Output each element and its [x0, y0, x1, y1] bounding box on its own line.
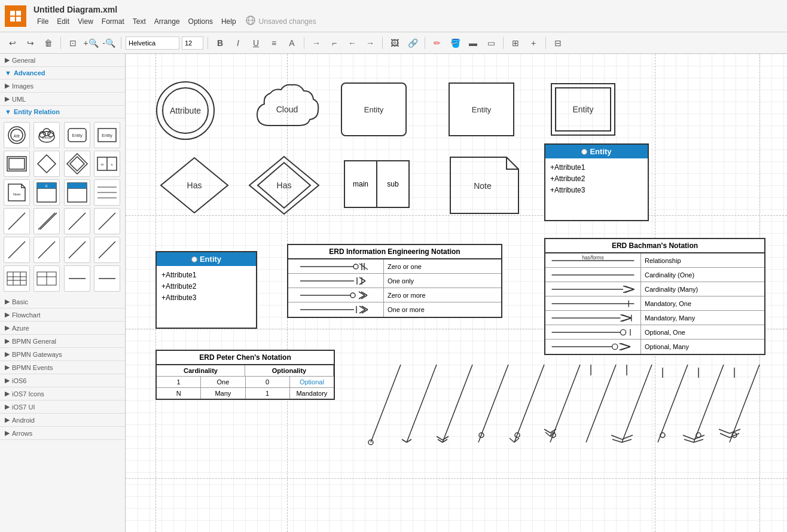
menu-help[interactable]: Help — [218, 16, 240, 27]
shape-entity-rounded[interactable]: Entity — [64, 122, 90, 148]
attribute-shape[interactable]: Attribute — [152, 78, 218, 143]
diamond-has-shape[interactable]: Has — [158, 155, 230, 215]
shape-diag8[interactable] — [94, 237, 120, 263]
font-size-input[interactable] — [182, 36, 203, 50]
sidebar-item-advanced[interactable]: ▼ Advanced — [0, 67, 125, 80]
link-button[interactable]: 🔗 — [405, 35, 420, 51]
svg-line-48 — [99, 241, 115, 258]
menu-text[interactable]: Text — [129, 16, 150, 27]
sidebar-item-ios6[interactable]: ▶ iOS6 — [0, 374, 125, 387]
svg-line-109 — [622, 318, 632, 322]
fill-color-button[interactable]: ✏ — [429, 35, 445, 51]
sidebar-label-bpmn-general: BPMN General — [12, 338, 56, 345]
sidebar-label-uml: UML — [12, 96, 26, 103]
shape-diag7[interactable] — [64, 237, 90, 263]
sidebar-item-ios7-icons[interactable]: ▶ iOS7 Icons — [0, 387, 125, 400]
sidebar-item-arrows[interactable]: ▶ Arrows — [0, 427, 125, 440]
italic-button[interactable]: I — [230, 35, 246, 51]
entity-double-shape[interactable]: Entity — [550, 82, 616, 136]
erd-chen-table: ERD Peter Chen's Notation Cardinality Op… — [155, 350, 335, 400]
shape-entity-list-left[interactable]: E — [33, 179, 60, 206]
sidebar-item-azure[interactable]: ▶ Azure — [0, 322, 125, 335]
shape-table-grid[interactable] — [4, 265, 30, 292]
erd-ie-symbol-3 — [288, 302, 384, 317]
shape-diag6[interactable] — [33, 237, 60, 263]
diamond-double-has-shape[interactable]: Has — [248, 155, 320, 215]
attr3-right: +Attribute3 — [550, 185, 643, 196]
sidebar-item-ios7-ui[interactable]: ▶ iOS7 UI — [0, 400, 125, 414]
canvas[interactable]: Attribute Cloud Entity Entity Entity — [126, 54, 787, 532]
chen-row-2: N Many 1 Mandatory — [157, 388, 334, 399]
bach-label-1: Cardinality (One) — [641, 268, 764, 282]
entity-blue-right[interactable]: Entity +Attribute1 +Attribute2 +Attribut… — [544, 143, 649, 221]
shape-note[interactable]: Note — [4, 179, 30, 206]
arrow-left-button[interactable]: ← — [344, 35, 360, 51]
sidebar-item-images[interactable]: ▶ Images — [0, 80, 125, 93]
menu-file[interactable]: File — [33, 16, 52, 27]
menu-format[interactable]: Format — [98, 16, 128, 27]
arrow-right-button[interactable]: → — [309, 35, 324, 51]
sidebar-item-bpmn-events[interactable]: ▶ BPMN Events — [0, 361, 125, 374]
underline-button[interactable]: U — [248, 35, 264, 51]
fit-button[interactable]: ⊡ — [65, 35, 81, 51]
sidebar-item-basic[interactable]: ▶ Basic — [0, 295, 125, 308]
undo-button[interactable]: ↩ — [5, 35, 20, 51]
shape-table-2col[interactable] — [33, 265, 60, 292]
shape-diag2[interactable] — [33, 208, 60, 234]
sidebar-item-entity-relation[interactable]: ▼ Entity Relation — [0, 106, 125, 118]
redo-button[interactable]: ↪ — [23, 35, 38, 51]
menu-view[interactable]: View — [74, 16, 97, 27]
font-color-button[interactable]: A — [284, 35, 300, 51]
shape-single-line2[interactable] — [94, 265, 120, 292]
bold-button[interactable]: B — [212, 35, 228, 51]
sidebar-item-bpmn-gateways[interactable]: ▶ BPMN Gateways — [0, 348, 125, 361]
shape-single-line[interactable] — [64, 265, 90, 292]
split-main-label: main — [345, 161, 376, 207]
font-input[interactable] — [126, 36, 179, 50]
shape-cloud[interactable]: Cloud — [33, 122, 60, 148]
fill-button[interactable]: 🪣 — [447, 35, 463, 51]
entity-sharp-label: Entity — [472, 105, 492, 114]
entity-blue-left[interactable]: Entity +Attribute1 +Attribute2 +Attribut… — [155, 251, 257, 329]
sidebar-item-bpmn-general[interactable]: ▶ BPMN General — [0, 335, 125, 348]
shape-diag5[interactable] — [4, 237, 30, 263]
shape-entity-list-right[interactable] — [64, 179, 90, 206]
shape-diamond[interactable] — [33, 151, 60, 177]
entity-sharp-shape[interactable]: Entity — [449, 82, 514, 136]
entity-relation-shapes: Attr Cloud Entity Entity ms — [0, 118, 125, 295]
shape-diag3[interactable] — [64, 208, 90, 234]
table-button[interactable]: ⊞ — [508, 35, 523, 51]
sidebar-item-uml[interactable]: ▶ UML — [0, 93, 125, 106]
entity-rounded-shape[interactable]: Entity — [341, 82, 407, 136]
entity-blue-right-body: +Attribute1 +Attribute2 +Attribute3 — [545, 158, 648, 200]
add-button[interactable]: + — [526, 35, 541, 51]
split-entity-shape[interactable]: main sub — [344, 160, 410, 208]
shape-split[interactable]: ms — [94, 151, 120, 177]
arrow-bend-button[interactable]: ⌐ — [327, 35, 342, 51]
panel-button[interactable]: ⊟ — [550, 35, 566, 51]
cloud-shape[interactable]: Cloud — [251, 78, 323, 143]
sidebar-item-flowchart[interactable]: ▶ Flowchart — [0, 308, 125, 322]
shape-entity-double[interactable] — [4, 151, 30, 177]
shape-diag4[interactable] — [94, 208, 120, 234]
shape-attribute[interactable]: Attr — [4, 122, 30, 148]
note-shape[interactable]: Note — [449, 155, 520, 215]
delete-button[interactable]: 🗑 — [41, 35, 56, 51]
shape-lines[interactable] — [94, 179, 120, 206]
image-button[interactable]: 🖼 — [387, 35, 402, 51]
sidebar-label-basic: Basic — [12, 298, 28, 305]
menu-options[interactable]: Options — [185, 16, 216, 27]
menu-arrange[interactable]: Arrange — [151, 16, 184, 27]
shape-diamond-double[interactable] — [64, 151, 90, 177]
shape-diag1[interactable] — [4, 208, 30, 234]
align-button[interactable]: ≡ — [266, 35, 282, 51]
zoom-in-button[interactable]: +🔍 — [83, 35, 99, 51]
arrow-right2-button[interactable]: → — [362, 35, 378, 51]
sidebar-item-android[interactable]: ▶ Android — [0, 414, 125, 427]
rect-button[interactable]: ▬ — [465, 35, 481, 51]
menu-edit[interactable]: Edit — [53, 16, 73, 27]
shape-entity-sharp[interactable]: Entity — [94, 122, 120, 148]
zoom-out-button[interactable]: -🔍 — [101, 35, 117, 51]
sidebar-item-general[interactable]: ▶ General — [0, 54, 125, 67]
shadow-button[interactable]: ▭ — [483, 35, 499, 51]
